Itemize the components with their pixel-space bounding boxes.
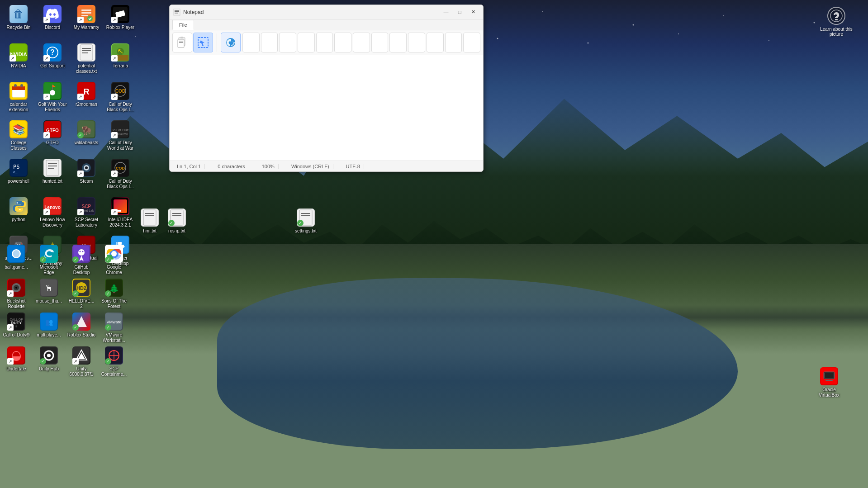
desktop-icon-settings-txt[interactable]: ✓ settings.txt (289, 206, 322, 238)
desktop-icon-lenovo[interactable]: Lenovo Lenovo Now Discovery (36, 194, 69, 233)
desktop-icon-calendar-ext[interactable]: calendar extension (2, 79, 35, 118)
learn-about-picture-widget[interactable]: Learn about this picture (818, 7, 854, 37)
settings-txt-label: settings.txt (295, 228, 317, 234)
desktop-icon-scp-contain[interactable]: ✓ SCP Containme... (98, 344, 130, 379)
desktop-icon-google-chrome[interactable]: ✓ Google Chrome (98, 242, 130, 277)
lenovo-label: Lenovo Now Discovery (38, 217, 67, 228)
svg-point-74 (17, 202, 18, 204)
svg-point-16 (588, 43, 589, 44)
svg-text:⛏: ⛏ (118, 48, 123, 55)
hunted-txt-icon (43, 159, 62, 177)
rb14[interactable] (445, 33, 462, 52)
svg-text:👥: 👥 (45, 318, 53, 326)
rb8[interactable] (334, 33, 351, 52)
desktop-icon-steam[interactable]: Steam (70, 156, 103, 194)
rb4[interactable] (261, 33, 278, 52)
shortcut-arrow (7, 358, 14, 365)
file-menu-tab[interactable]: File (172, 20, 194, 30)
desktop-icon-oracle-virtualbox[interactable]: Oracle VirtualBox (813, 365, 845, 400)
desktop-icon-golf-friends[interactable]: Golf With Your Friends (36, 79, 69, 118)
desktop-icon-terraria[interactable]: ⛏ Terraria (104, 41, 137, 79)
maximize-button[interactable]: □ (453, 7, 466, 17)
desktop-icon-ros-txt[interactable]: ✓ ros ip.txt (161, 206, 193, 238)
desktop-icon-get-support[interactable]: ? Get Support (36, 41, 69, 79)
rb10[interactable] (371, 33, 389, 52)
desktop-icon-discord[interactable]: Discord (36, 2, 69, 41)
rb6[interactable] (298, 33, 315, 52)
desktop-icon-cod-blops[interactable]: COD Call of Duty Black Ops I... (104, 79, 137, 118)
nvidia-icon: NVIDIA (9, 43, 28, 62)
ribbon-btn-select[interactable] (193, 33, 213, 52)
svg-rect-157 (835, 19, 838, 20)
svg-rect-145 (174, 9, 180, 16)
rb11[interactable] (389, 33, 407, 52)
shortcut-arrow (111, 132, 118, 138)
check-mark: ✓ (297, 220, 304, 226)
desktop-icon-vmware[interactable]: VMware ✓ VMware Workstati... (98, 310, 130, 345)
desktop-icon-roblox-player[interactable]: Roblox Player (104, 2, 137, 41)
hunted-txt-label: hunted.txt (43, 179, 62, 184)
close-button[interactable]: ✕ (467, 7, 479, 17)
desktop-icon-my-warranty[interactable]: My Warranty (70, 2, 103, 41)
svg-point-109 (82, 251, 84, 252)
desktop-icon-unity-hub[interactable]: ✓ Unity Hub (33, 344, 65, 379)
desktop-icon-buckshot[interactable]: Buckshot Roulette (0, 276, 33, 311)
svg-rect-19 (81, 12, 91, 14)
desktop-icon-hunted-txt[interactable]: hunted.txt (36, 156, 69, 194)
rb9[interactable] (353, 33, 370, 52)
svg-rect-64 (48, 163, 57, 164)
rb3[interactable] (242, 33, 260, 52)
rb12[interactable] (408, 33, 425, 52)
character-count: 0 characters (214, 164, 249, 169)
svg-rect-161 (825, 380, 833, 381)
minimize-button[interactable]: — (440, 7, 452, 17)
svg-text:🖱: 🖱 (45, 284, 53, 293)
desktop-icon-cod-waw[interactable]: Call of DutyWorld at War Call of Duty Wo… (104, 118, 137, 156)
desktop-icon-undertale[interactable]: Undertale (0, 344, 33, 379)
desktop-icon-roblox-studio[interactable]: ✓ Roblox Studio (65, 310, 98, 345)
check-mark: ✓ (168, 220, 175, 226)
ribbon-btn-group-1 (172, 33, 213, 52)
desktop-icon-helldivers[interactable]: HD2 ✓ HELLDIVE... 2 (65, 276, 98, 311)
rb5[interactable] (279, 33, 296, 52)
desktop-icon-python[interactable]: python (2, 194, 35, 233)
desktop-icon-r2modman[interactable]: R r2modman (70, 79, 103, 118)
desktop-icon-mouse-thumb[interactable]: 🖱 mouse_thu... (33, 276, 65, 311)
desktop-icon-ball-game[interactable]: ball.game... (0, 242, 33, 277)
svg-rect-65 (48, 166, 57, 166)
desktop-icon-cod-blops2[interactable]: COD Call of Duty Black Ops I... (104, 156, 137, 194)
desktop-icon-call-of-duty[interactable]: CALL OFDUTY® Call of Duty® (0, 310, 33, 345)
shortcut-arrow (43, 94, 50, 100)
desktop-icon-scp-secret[interactable]: SCPSecret Lab SCP Secret Laboratory (70, 194, 103, 233)
ribbon-btn-paste[interactable] (172, 33, 192, 52)
desktop-icon-wildabeasts[interactable]: 🦬 ✓ wildabeasts (70, 118, 103, 156)
undertale-label: Undertale (6, 366, 26, 372)
desktop-icon-potential-classes[interactable]: potential classes.txt (70, 41, 103, 79)
svg-point-13 (768, 40, 769, 41)
desktop-icon-nvidia[interactable]: NVIDIA NVIDIA (2, 41, 35, 79)
desktop-icon-intellij[interactable]: IntelliJ IDEA 2024.3.2.1 (104, 194, 137, 233)
mouse-thumb-icon: 🖱 (40, 279, 58, 297)
desktop-icon-sons-forest[interactable]: 🌲 ✓ Sons Of The Forest (98, 276, 130, 311)
desktop-icon-github-desktop[interactable]: ✓ GitHub Desktop (65, 242, 98, 277)
rb7[interactable] (316, 33, 333, 52)
desktop-icon-unity6[interactable]: Unity 6000.0.37f1 (65, 344, 98, 379)
desktop-icon-recycle-bin[interactable]: 🗑 Recycle Bin (2, 2, 35, 41)
hmi-txt-icon (141, 208, 159, 227)
notepad-textarea[interactable] (170, 55, 483, 161)
svg-rect-100 (172, 215, 181, 216)
desktop-icon-powershell[interactable]: PS>_ powershell (2, 156, 35, 194)
desktop-icon-college-classes[interactable]: 📚 College Classes (2, 118, 35, 156)
support-label: Get Support (40, 63, 65, 69)
helldivers-icon: HD2 ✓ (72, 279, 90, 297)
desktop-icon-multiplayer[interactable]: 👥 multiplaye... (33, 310, 65, 345)
rb15[interactable] (463, 33, 480, 52)
ribbon-btn-2[interactable] (221, 33, 241, 52)
desktop-icon-ms-edge[interactable]: ✓ Microsoft Edge (33, 242, 65, 277)
discord-label: Discord (45, 25, 60, 30)
shortcut-arrow (111, 17, 118, 23)
desktop-icon-gtfo[interactable]: GTFO GTFO (36, 118, 69, 156)
svg-text:Call of Duty: Call of Duty (112, 128, 128, 132)
rb13[interactable] (427, 33, 444, 52)
buckshot-label: Buckshot Roulette (2, 298, 31, 309)
